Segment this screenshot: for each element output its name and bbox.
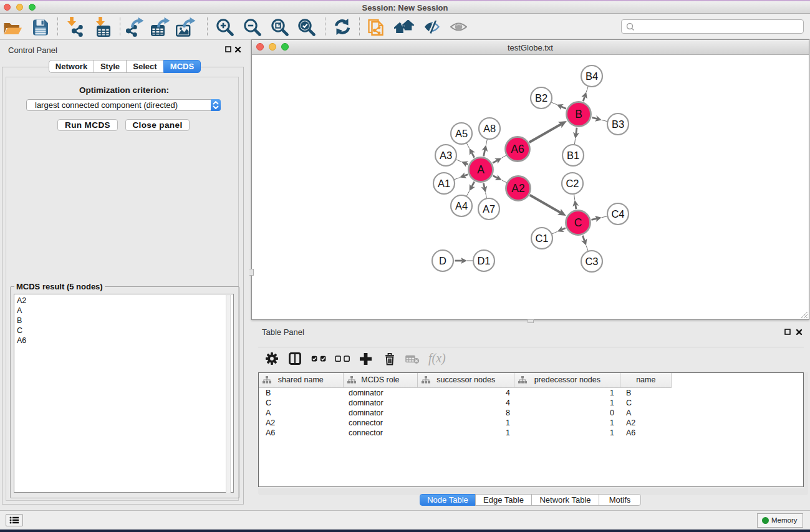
svg-text:A6: A6 bbox=[511, 143, 524, 155]
svg-text:D1: D1 bbox=[477, 255, 490, 266]
svg-text:C1: C1 bbox=[535, 233, 548, 244]
svg-text:B: B bbox=[575, 108, 582, 120]
svg-text:A4: A4 bbox=[455, 200, 468, 211]
svg-text:D: D bbox=[439, 255, 446, 266]
svg-text:C: C bbox=[574, 216, 582, 229]
svg-text:C3: C3 bbox=[585, 256, 598, 267]
svg-text:A7: A7 bbox=[483, 203, 495, 215]
svg-text:B3: B3 bbox=[612, 118, 624, 130]
svg-text:A2: A2 bbox=[511, 182, 524, 195]
svg-text:C4: C4 bbox=[611, 208, 624, 220]
svg-text:A1: A1 bbox=[438, 178, 450, 189]
svg-text:B2: B2 bbox=[535, 92, 547, 104]
svg-text:B4: B4 bbox=[586, 70, 598, 82]
svg-text:A: A bbox=[477, 163, 485, 176]
svg-text:C2: C2 bbox=[566, 178, 579, 189]
svg-text:B1: B1 bbox=[567, 150, 579, 161]
svg-text:A5: A5 bbox=[455, 128, 468, 139]
svg-text:A8: A8 bbox=[483, 123, 496, 134]
svg-text:A3: A3 bbox=[440, 150, 452, 161]
